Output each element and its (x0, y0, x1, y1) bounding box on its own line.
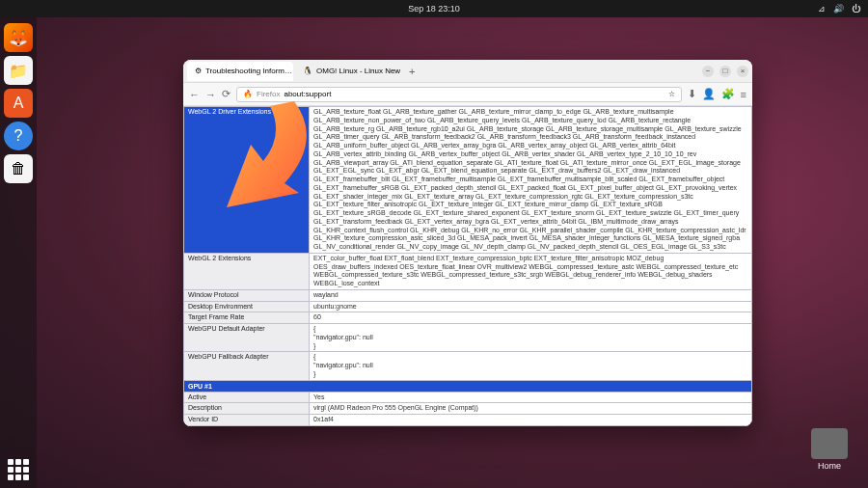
page-content: WebGL 2 Driver ExtensionsGL_ARB_texture_… (183, 106, 752, 426)
table-row: Target Frame Rate60 (184, 312, 752, 324)
firefox-window: ⚙ Troubleshooting Inform… × 🐧 OMG! Linux… (183, 60, 752, 426)
row-value: wayland (310, 289, 752, 301)
dock-software[interactable]: A (4, 89, 33, 118)
tab-favicon: ⚙ (195, 67, 202, 75)
row-value: EXT_color_buffer_float EXT_float_blend E… (310, 253, 752, 289)
row-value: Yes (310, 392, 752, 403)
url-text: about:support (284, 90, 331, 98)
row-label: WebGL 2 Extensions (184, 253, 310, 289)
table-row: Device ID0x1050 (184, 425, 752, 426)
tab-title: OMG! Linux - Linux New… (316, 67, 401, 75)
network-icon[interactable]: ⊿ (818, 4, 826, 14)
help-icon: ? (14, 127, 23, 145)
url-prefix: Firefox (257, 90, 280, 98)
power-icon[interactable]: ⏻ (852, 4, 860, 14)
table-row: WebGPU Fallback Adapter{ "navigator.gpu"… (184, 352, 752, 380)
dock-help[interactable]: ? (4, 122, 33, 150)
row-value: { "navigator.gpu": null } (310, 352, 752, 380)
row-label: WebGL 2 Driver Extensions (184, 107, 310, 254)
row-label: WebGPU Fallback Adapter (184, 352, 310, 380)
table-row: GPU #1 (184, 380, 752, 392)
tab-troubleshooting[interactable]: ⚙ Troubleshooting Inform… × (187, 62, 293, 81)
row-value: 60 (310, 312, 752, 324)
table-row: ActiveYes (184, 392, 752, 403)
gnome-topbar: Sep 18 23:10 ⊿ 🔊 ⏻ (0, 0, 868, 17)
table-row: WebGL 2 ExtensionsEXT_color_buffer_float… (184, 253, 752, 289)
software-icon: A (14, 95, 24, 112)
toolbar: ← → ⟳ 🔥 Firefox about:support ☆ ⬇ 👤 🧩 ≡ (183, 83, 752, 106)
table-row: WebGL 2 Driver ExtensionsGL_ARB_texture_… (184, 107, 752, 254)
tab-omglinux[interactable]: 🐧 OMG! Linux - Linux New… × (295, 62, 401, 81)
table-row: Descriptionvirgl (AMD Radeon Pro 555 Ope… (184, 403, 752, 415)
dock-files[interactable]: 📁 (4, 56, 33, 85)
table-row: WebGPU Default Adapter{ "navigator.gpu":… (184, 324, 752, 352)
row-label: Desktop Environment (184, 301, 310, 312)
row-value: { "navigator.gpu": null } (310, 324, 752, 352)
tab-favicon: 🐧 (303, 67, 312, 75)
new-tab-button[interactable]: + (403, 66, 420, 77)
dock-firefox[interactable]: 🦊 (4, 23, 33, 52)
trash-icon: 🗑 (11, 160, 26, 177)
row-value: ubuntu:gnome (310, 301, 752, 312)
dock-trash[interactable]: 🗑 (4, 154, 33, 183)
files-icon: 📁 (9, 62, 28, 80)
row-value: 0x1af4 (310, 415, 752, 426)
row-label: Target Frame Rate (184, 312, 310, 324)
section-header: GPU #1 (184, 380, 752, 392)
row-value: virgl (AMD Radeon Pro 555 OpenGL Engine … (310, 403, 752, 415)
reload-button[interactable]: ⟳ (222, 88, 231, 100)
downloads-icon[interactable]: ⬇ (688, 88, 696, 100)
folder-icon (811, 428, 848, 459)
identity-icon: 🔥 (243, 90, 253, 98)
row-label: Vendor ID (184, 415, 310, 426)
row-value: GL_ARB_texture_float GL_ARB_texture_gath… (310, 107, 752, 254)
table-row: Vendor ID0x1af4 (184, 415, 752, 426)
row-label: WebGPU Default Adapter (184, 324, 310, 352)
volume-icon[interactable]: 🔊 (833, 4, 844, 14)
bookmark-icon[interactable]: ☆ (668, 90, 675, 98)
row-value: 0x1050 (310, 425, 752, 426)
back-button[interactable]: ← (189, 89, 200, 100)
desktop-home-folder[interactable]: Home (808, 428, 851, 471)
row-label: Device ID (184, 425, 310, 426)
url-bar[interactable]: 🔥 Firefox about:support ☆ (236, 87, 682, 102)
clock: Sep 18 23:10 (408, 4, 460, 14)
extensions-icon[interactable]: 🧩 (721, 88, 735, 100)
forward-button[interactable]: → (205, 89, 216, 100)
table-row: Window Protocolwayland (184, 289, 752, 301)
menu-icon[interactable]: ≡ (741, 89, 746, 100)
tab-title: Troubleshooting Inform… (205, 67, 292, 75)
minimize-button[interactable]: − (702, 66, 714, 77)
row-label: Active (184, 392, 310, 403)
firefox-icon: 🦊 (9, 29, 28, 47)
account-icon[interactable]: 👤 (702, 88, 716, 100)
close-button[interactable]: × (737, 66, 748, 77)
show-applications[interactable] (8, 459, 29, 480)
tab-bar: ⚙ Troubleshooting Inform… × 🐧 OMG! Linux… (183, 60, 752, 83)
home-label: Home (818, 461, 841, 471)
table-row: Desktop Environmentubuntu:gnome (184, 301, 752, 312)
dock: 🦊 📁 A ? 🗑 (0, 17, 37, 488)
support-table: WebGL 2 Driver ExtensionsGL_ARB_texture_… (183, 106, 752, 426)
maximize-button[interactable]: □ (719, 66, 731, 77)
row-label: Window Protocol (184, 289, 310, 301)
row-label: Description (184, 403, 310, 415)
